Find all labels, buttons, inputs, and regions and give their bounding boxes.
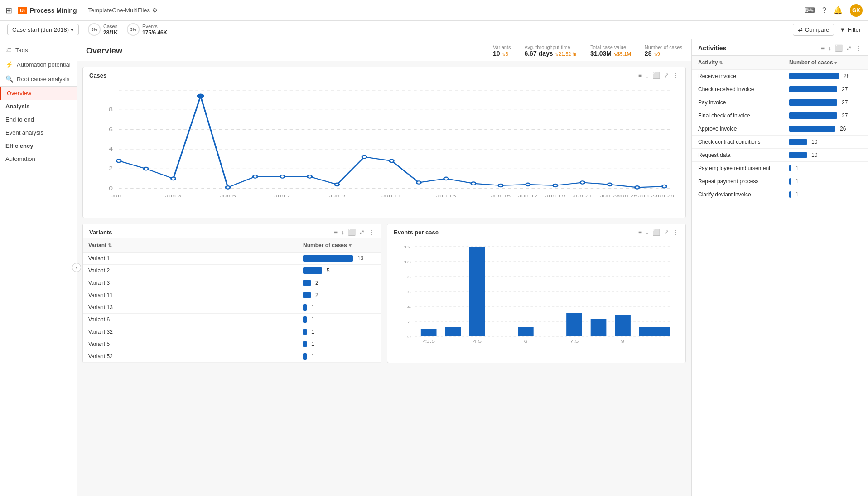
sidebar-item-efficiency[interactable]: Efficiency [0,139,77,152]
sidebar-item-end-to-end[interactable]: End to end [0,113,77,126]
case-filter[interactable]: Case start (Jun 2018) ▾ [7,24,79,35]
variant-name: Variant 6 [88,316,303,323]
table-row[interactable]: Variant 32 1 [83,326,381,338]
variant-name: Variant 52 [88,353,303,360]
sidebar-item-root-cause[interactable]: 🔍 Root cause analysis [0,72,77,86]
table-row[interactable]: Variant 11 2 [83,289,381,301]
expand-icon[interactable]: ⤢ [664,72,669,79]
variant-cases: 1 [303,316,376,323]
automation-icon: ⚡ [5,61,13,68]
table-row[interactable]: Variant 6 1 [83,314,381,326]
compare-icon: ⇄ [798,26,803,33]
cases-metric: 3% Cases 28/1K [88,23,118,37]
brand: Ui Process Mining [18,7,82,14]
activity-row[interactable]: Pay employee reimbursement 1 [692,162,868,175]
svg-point-16 [253,175,257,178]
filter-v-icon[interactable]: ≡ [334,229,338,236]
activity-row[interactable]: Receive invoice 28 [692,70,868,83]
activity-row[interactable]: Clarify deviant invoice 1 [692,188,868,201]
compare-button[interactable]: ⇄ Compare [793,24,834,36]
download-a-icon[interactable]: ↓ [828,44,831,52]
svg-rect-66 [591,319,607,336]
menu-icon[interactable]: ⋮ [673,72,679,79]
table-row[interactable]: Variant 52 1 [83,350,381,363]
filter-button[interactable]: ▼ Filter [839,26,861,33]
svg-rect-65 [566,313,582,336]
filter-chart-icon[interactable]: ≡ [638,72,642,79]
menu-v-icon[interactable]: ⋮ [368,229,375,236]
activity-row[interactable]: Final check of invoice 27 [692,109,868,122]
sidebar-item-analysis[interactable]: Analysis [0,100,77,113]
cases-bar [303,316,307,323]
notification-icon[interactable]: 🔔 [834,6,843,15]
grid-icon[interactable]: ⊞ [5,5,12,15]
charts-row: Cases ≡ ↓ ⬜ ⤢ ⋮ [77,61,691,224]
download-icon[interactable]: ↓ [646,72,649,79]
expand-v-icon[interactable]: ⤢ [359,229,365,236]
download-v-icon[interactable]: ↓ [341,229,344,236]
help-icon[interactable]: ? [822,6,826,15]
sidebar-item-tags[interactable]: 🏷 Tags [0,43,77,57]
activity-row[interactable]: Pay invoice 27 [692,96,868,109]
cases-sort-icon[interactable]: ▾ [349,243,352,248]
menu-a-icon[interactable]: ⋮ [855,44,862,52]
variant-cases: 2 [303,280,376,286]
svg-text:8: 8 [109,107,113,112]
variant-name: Variant 1 [88,255,303,262]
table-row[interactable]: Variant 2 5 [83,265,381,277]
variant-cases: 1 [303,353,376,360]
activity-bar [789,99,837,106]
table-row[interactable]: Variant 13 1 [83,301,381,314]
sidebar-item-automation[interactable]: Automation [0,152,77,165]
variants-metric: Variants 10 ↘6 [493,44,511,57]
filter-e-icon[interactable]: ≡ [638,229,642,236]
bookmark-e-icon[interactable]: ⬜ [652,229,660,236]
variant-sort-icon[interactable]: ⇅ [108,243,112,248]
sidebar-item-event-analysis[interactable]: Event analysis [0,126,77,139]
act-cases-sort-icon[interactable]: ▾ [834,60,837,65]
activity-name: Final check of invoice [698,112,789,119]
sidebar-item-overview[interactable]: Overview [0,87,77,100]
sidebar-item-automation-potential[interactable]: ⚡ Automation potential [0,57,77,72]
expand-a-icon[interactable]: ⤢ [846,44,852,52]
template-name: TemplateOne-MultiFiles ⚙ [88,7,158,14]
sidebar-toggle[interactable]: ‹ [72,263,81,272]
download-e-icon[interactable]: ↓ [646,229,649,236]
table-row[interactable]: Variant 3 2 [83,277,381,289]
activity-name: Check received invoice [698,86,789,92]
keyboard-icon[interactable]: ⌨ [805,6,815,15]
svg-rect-69 [654,327,670,336]
sub-nav: Case start (Jun 2018) ▾ 3% Cases 28/1K 3… [0,21,868,39]
bottom-row: Variants ≡ ↓ ⬜ ⤢ ⋮ Variant ⇅ N [77,224,691,369]
tags-icon: 🏷 [5,46,12,53]
bookmark-v-icon[interactable]: ⬜ [348,229,356,236]
activity-row[interactable]: Approve invoice 26 [692,122,868,136]
main-layout: ‹ 🏷 Tags ⚡ Automation potential 🔍 Root c… [0,39,868,496]
events-svg: 0 2 4 6 8 10 12 [394,242,679,351]
filter-a-icon[interactable]: ≡ [821,44,825,52]
svg-point-17 [280,175,285,178]
table-row[interactable]: Variant 5 1 [83,338,381,350]
bookmark-a-icon[interactable]: ⬜ [835,44,843,52]
svg-text:8: 8 [407,275,411,280]
expand-e-icon[interactable]: ⤢ [664,229,669,236]
svg-rect-64 [518,327,534,336]
svg-point-13 [171,177,176,180]
svg-text:Jun 9: Jun 9 [329,193,345,198]
variant-name: Variant 3 [88,280,303,286]
activity-row[interactable]: Check received invoice 27 [692,83,868,96]
menu-e-icon[interactable]: ⋮ [673,229,679,236]
svg-text:Jun 21: Jun 21 [573,193,593,198]
page-title: Overview [86,46,122,56]
svg-text:4: 4 [109,146,113,152]
activity-sort-icon[interactable]: ⇅ [719,60,723,65]
activity-row[interactable]: Request data 10 [692,149,868,162]
svg-point-11 [116,160,121,163]
avatar[interactable]: GK [850,4,863,17]
bookmark-icon[interactable]: ⬜ [652,72,660,79]
activity-row[interactable]: Check contract conditions 10 [692,136,868,149]
activity-row[interactable]: Repeat payment process 1 [692,175,868,188]
variant-name: Variant 5 [88,341,303,347]
settings-icon[interactable]: ⚙ [152,7,158,14]
table-row[interactable]: Variant 1 13 [83,253,381,265]
